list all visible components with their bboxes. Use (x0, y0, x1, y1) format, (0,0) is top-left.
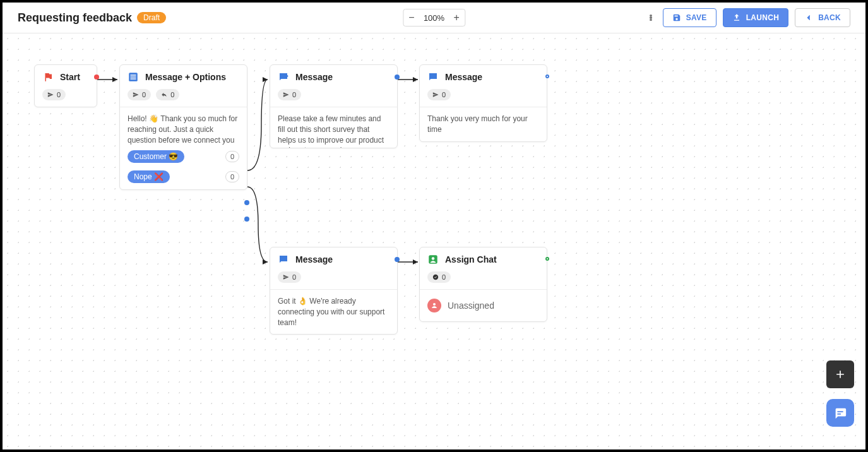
svg-rect-6 (131, 78, 136, 80)
option-nope-count: 0 (225, 171, 239, 182)
chat-button[interactable] (826, 399, 854, 427)
page-title: Requesting feedback (18, 11, 132, 25)
node-message-1[interactable]: Message 0 Please take a few minutes and … (270, 64, 398, 148)
save-button[interactable]: SAVE (663, 8, 716, 27)
launch-icon (732, 13, 741, 22)
add-node-button[interactable] (826, 360, 854, 388)
canvas[interactable]: Start 0 Message + Options 0 (3, 33, 865, 449)
message-icon (427, 71, 439, 83)
svg-rect-4 (131, 74, 136, 76)
node-title: Message (295, 72, 333, 82)
svg-rect-5 (131, 76, 136, 78)
sent-count: 0 (427, 89, 451, 100)
port-out[interactable] (395, 74, 400, 80)
sent-count: 0 (42, 89, 66, 100)
node-assign-chat[interactable]: Assign Chat 0 Unassigned (419, 247, 547, 322)
port-out[interactable] (395, 257, 400, 262)
node-message-options[interactable]: Message + Options 0 0 Hello! 👋 Thank you… (119, 64, 247, 190)
chevron-left-icon (804, 13, 813, 22)
option-customer[interactable]: Customer 😎 (128, 150, 184, 163)
message-icon (278, 254, 289, 265)
svg-point-10 (433, 303, 436, 306)
status-badge: Draft (137, 12, 166, 23)
chat-icon (833, 406, 847, 420)
reply-count: 0 (156, 89, 179, 100)
node-title: Message (295, 254, 333, 265)
done-count: 0 (427, 271, 451, 283)
svg-point-9 (433, 275, 438, 280)
header: Requesting feedback Draft − 100% + SAVE … (3, 3, 865, 33)
launch-label: LAUNCH (746, 13, 779, 22)
option-nope[interactable]: Nope ❌ (128, 170, 170, 183)
more-menu-icon[interactable] (645, 12, 657, 23)
node-body: Please take a few minutes and fill out t… (270, 107, 397, 148)
sent-count: 0 (278, 89, 301, 100)
node-start[interactable]: Start 0 (34, 64, 97, 107)
node-message-2[interactable]: Message 0 Thank you very much for your t… (419, 64, 547, 142)
node-body: Got it 👌 We're already connecting you wi… (270, 290, 397, 334)
port-out[interactable] (545, 74, 549, 78)
svg-rect-11 (837, 411, 843, 412)
zoom-label: 100% (420, 13, 448, 23)
zoom-out-button[interactable]: − (403, 9, 420, 26)
option-customer-count: 0 (225, 151, 239, 162)
sent-count: 0 (278, 271, 301, 283)
sent-count: 0 (128, 89, 151, 100)
node-body: Thank you very much for your time (420, 107, 547, 141)
zoom-control: − 100% + (403, 9, 465, 27)
node-message-3[interactable]: Message 0 Got it 👌 We're already connect… (270, 247, 398, 335)
port-option-2[interactable] (244, 217, 249, 222)
node-title: Message (445, 72, 482, 82)
back-button[interactable]: BACK (795, 8, 850, 27)
save-label: SAVE (686, 13, 707, 22)
port-option-1[interactable] (244, 200, 249, 205)
assign-status: Unassigned (448, 300, 494, 311)
message-icon (278, 71, 289, 83)
unassigned-avatar-icon (427, 299, 441, 312)
node-title: Message + Options (145, 72, 226, 82)
agent-icon (427, 254, 439, 265)
back-label: BACK (818, 13, 841, 22)
flag-icon (42, 71, 54, 83)
node-body: Hello! 👋 Thank you so much for reaching … (120, 107, 247, 146)
svg-rect-12 (837, 413, 841, 415)
zoom-in-button[interactable]: + (448, 9, 465, 26)
node-title: Start (60, 72, 80, 82)
list-icon (128, 71, 139, 83)
plus-icon (834, 368, 847, 381)
svg-point-8 (432, 257, 435, 260)
port-out[interactable] (94, 74, 99, 80)
port-out[interactable] (545, 257, 549, 261)
launch-button[interactable]: LAUNCH (723, 8, 788, 27)
save-icon (672, 13, 681, 22)
node-title: Assign Chat (445, 254, 497, 265)
